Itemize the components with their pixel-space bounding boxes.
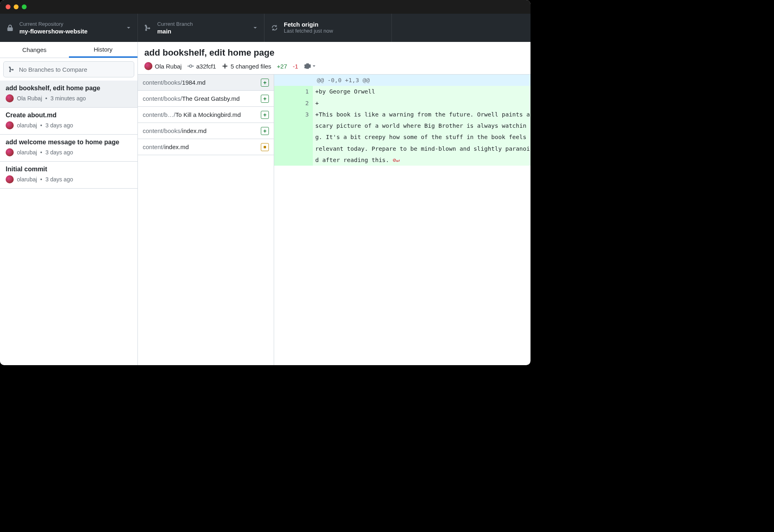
file-modified-icon [261,143,269,151]
avatar [6,175,14,183]
branch-compare-selector[interactable]: No Branches to Compare [3,61,134,77]
no-newline-icon: ⊘↵ [389,157,399,163]
repo-value: my-flowershow-website [19,28,121,35]
branch-value: main [157,28,247,35]
sha-value: a32fcf1 [196,63,216,70]
changed-files-list: content/books/1984.md+content/books/The … [138,75,274,365]
avatar [144,62,152,70]
tab-changes[interactable]: Changes [0,42,69,58]
avatar [6,94,14,102]
diff-options-button[interactable] [304,62,316,70]
sidebar: Changes History No Branches to Compare a… [0,42,138,365]
fetch-origin-button[interactable]: Fetch origin Last fetched just now [264,14,392,42]
commit-item-meta: olarubaj•3 days ago [6,175,132,183]
avatar [6,121,14,129]
content-split: content/books/1984.md+content/books/The … [138,75,531,365]
branch-label: Current Branch [157,21,247,27]
files-changed: 5 changed files [222,63,271,70]
commit-item-time: 3 days ago [46,149,73,156]
file-row[interactable]: content/b…/To Kill a Mockingbird.md+ [138,107,274,123]
current-branch-selector[interactable]: Current Branch main [138,14,264,42]
chevron-down-icon [126,25,131,30]
commit-item-time: 3 days ago [46,122,73,129]
branch-compare-label: No Branches to Compare [19,66,87,73]
detail-pane: add bookshelf, edit home page Ola Rubaj … [138,42,531,365]
commit-item-title: Initial commit [6,166,132,173]
file-path: content/books/1984.md [143,79,258,86]
file-row[interactable]: content/books/1984.md+ [138,75,274,91]
diff-line-added: 1+by George Orwell [274,86,531,97]
svg-point-0 [189,65,192,67]
file-added-icon: + [261,111,269,119]
author-name: Ola Rubaj [155,63,182,70]
file-path: content/b…/To Kill a Mockingbird.md [143,111,258,118]
file-added-icon: + [261,95,269,103]
file-path: content/books/index.md [143,127,258,134]
commit-item-time: 3 minutes ago [50,95,86,102]
diff-line-added: 3+This book is like a warning from the f… [274,109,531,166]
sync-icon [271,24,278,31]
deletions-count: -1 [293,63,298,70]
tab-history[interactable]: History [69,42,138,58]
lock-icon [6,24,14,31]
sidebar-tabs: Changes History [0,42,137,58]
commit-item[interactable]: Initial commitolarubaj•3 days ago [0,162,137,189]
commit-item-author: olarubaj [17,176,37,183]
avatar [6,148,14,156]
commit-item-meta: olarubaj•3 days ago [6,148,132,156]
commit-item-author: olarubaj [17,149,37,156]
git-branch-icon [8,66,15,73]
commit-item-time: 3 days ago [46,176,73,183]
chevron-down-icon [253,25,258,30]
window-close-button[interactable] [6,4,10,9]
files-changed-text: 5 changed files [231,63,271,70]
commit-item-meta: olarubaj•3 days ago [6,121,132,129]
commit-item[interactable]: add welcome message to home pageolarubaj… [0,135,137,162]
app-window: Current Repository my-flowershow-website… [0,0,531,365]
commit-item-title: add bookshelf, edit home page [6,85,132,92]
file-row[interactable]: content/books/index.md+ [138,123,274,139]
fetch-sub: Last fetched just now [284,28,385,34]
file-added-icon: + [261,79,269,87]
commit-item-title: add welcome message to home page [6,139,132,146]
macos-titlebar [0,0,531,14]
gear-icon [304,62,311,70]
commit-item-meta: Ola Rubaj•3 minutes ago [6,94,132,102]
fetch-label: Fetch origin [284,21,385,28]
main-body: Changes History No Branches to Compare a… [0,42,531,365]
window-minimize-button[interactable] [14,4,19,9]
commit-item-author: olarubaj [17,122,37,129]
commit-icon [187,63,194,69]
file-added-icon: + [261,127,269,135]
git-branch-icon [144,24,152,31]
diff-icon [222,63,228,69]
diff-line-added: 2+ [274,98,531,109]
file-path: content/books/The Great Gatsby.md [143,95,258,102]
commit-sha: a32fcf1 [187,63,216,70]
commit-author: Ola Rubaj [144,62,182,70]
window-zoom-button[interactable] [22,4,27,9]
diff-hunk-header: @@ -0,0 +1,3 @@ [274,75,531,86]
file-row[interactable]: content/books/The Great Gatsby.md+ [138,91,274,107]
commit-title: add bookshelf, edit home page [144,48,524,58]
current-repository-selector[interactable]: Current Repository my-flowershow-website [0,14,138,42]
file-row[interactable]: content/index.md [138,139,274,155]
commit-detail-header: add bookshelf, edit home page Ola Rubaj … [138,42,531,75]
commit-item-author: Ola Rubaj [17,95,42,102]
commit-list: add bookshelf, edit home pageOla Rubaj•3… [0,81,137,365]
file-path: content/index.md [143,143,258,150]
diff-view[interactable]: @@ -0,0 +1,3 @@1+by George Orwell2+3+Thi… [274,75,531,365]
commit-item-title: Create about.md [6,112,132,119]
repo-label: Current Repository [19,21,121,27]
main-toolbar: Current Repository my-flowershow-website… [0,14,531,42]
commit-item[interactable]: Create about.mdolarubaj•3 days ago [0,108,137,135]
commit-meta-row: Ola Rubaj a32fcf1 5 changed files [144,62,524,70]
additions-count: +27 [277,63,287,70]
commit-item[interactable]: add bookshelf, edit home pageOla Rubaj•3… [0,81,137,108]
